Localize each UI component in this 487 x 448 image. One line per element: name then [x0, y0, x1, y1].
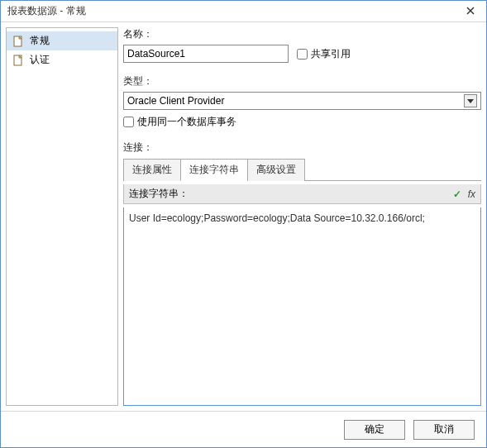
close-button[interactable]	[460, 3, 481, 20]
tab-label: 高级设置	[256, 164, 296, 175]
window-title: 报表数据源 - 常规	[7, 4, 86, 18]
check-icon: ✓	[453, 188, 461, 200]
connection-label: 连接：	[123, 141, 481, 155]
share-checkbox-label: 共享引用	[311, 47, 351, 61]
same-db-checkbox[interactable]	[123, 117, 134, 127]
conn-string-label: 连接字符串：	[129, 187, 189, 201]
same-db-checkbox-label: 使用同一个数据库事务	[137, 115, 236, 129]
svg-marker-6	[467, 99, 474, 103]
type-select[interactable]: Oracle Client Provider	[123, 92, 481, 110]
validate-button[interactable]: ✓	[453, 188, 461, 200]
name-row: 共享引用	[123, 45, 481, 63]
sidebar: 常规 认证	[6, 27, 118, 406]
title-bar: 报表数据源 - 常规	[1, 1, 486, 22]
tab-label: 连接字符串	[189, 164, 239, 175]
button-label: 取消	[434, 422, 454, 436]
share-checkbox[interactable]	[297, 49, 308, 60]
tab-label: 连接属性	[132, 164, 172, 175]
close-icon	[466, 6, 475, 17]
same-db-checkbox-wrap[interactable]: 使用同一个数据库事务	[123, 115, 481, 129]
dropdown-button[interactable]	[464, 94, 477, 107]
conn-string-tools: ✓ fx	[453, 188, 475, 200]
main-panel: 名称： 共享引用 类型： Oracle Client Provider	[123, 27, 481, 406]
name-input[interactable]	[123, 45, 289, 63]
document-icon	[12, 35, 25, 48]
button-label: 确定	[365, 422, 384, 436]
ok-button[interactable]: 确定	[344, 420, 405, 440]
dialog-footer: 确定 取消	[1, 411, 486, 447]
conn-string-wrap	[123, 207, 481, 406]
type-label: 类型：	[123, 74, 481, 88]
name-label: 名称：	[123, 27, 481, 41]
type-select-value: Oracle Client Provider	[127, 95, 224, 107]
sidebar-item-auth[interactable]: 认证	[7, 50, 117, 69]
dialog-body: 常规 认证 名称： 共享引用 类型： Oracle Client	[1, 22, 486, 411]
sidebar-item-label: 认证	[30, 53, 50, 67]
sidebar-item-general[interactable]: 常规	[7, 31, 117, 50]
share-checkbox-wrap[interactable]: 共享引用	[297, 47, 351, 61]
cancel-button[interactable]: 取消	[413, 420, 475, 440]
tab-conn-properties[interactable]: 连接属性	[123, 159, 181, 181]
conn-string-header: 连接字符串： ✓ fx	[123, 184, 481, 204]
conn-string-textarea[interactable]	[124, 207, 480, 405]
sidebar-item-label: 常规	[30, 34, 50, 48]
expression-button[interactable]: fx	[468, 188, 475, 200]
tab-conn-string[interactable]: 连接字符串	[180, 159, 248, 181]
chevron-down-icon	[467, 95, 474, 107]
tab-advanced[interactable]: 高级设置	[247, 159, 305, 181]
dialog-window: 报表数据源 - 常规 常规 认证 名称：	[0, 0, 487, 448]
tabs: 连接属性 连接字符串 高级设置	[123, 158, 481, 181]
page-icon	[12, 54, 25, 67]
